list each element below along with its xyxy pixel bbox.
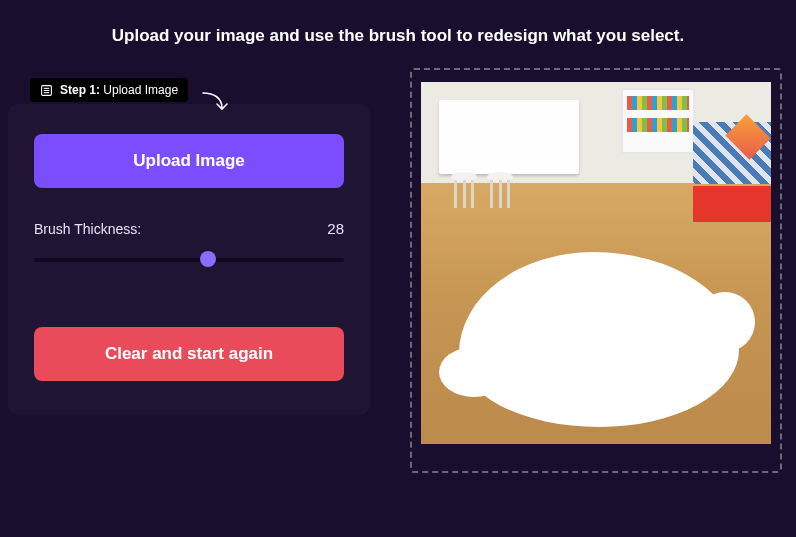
uploaded-image-preview[interactable] <box>421 82 771 444</box>
brush-thickness-slider[interactable] <box>34 251 344 267</box>
step-prefix: Step 1: <box>60 83 100 97</box>
step-name: Upload Image <box>103 83 178 97</box>
brush-thickness-value: 28 <box>327 220 344 237</box>
step-label: Step 1: Upload Image <box>60 83 178 97</box>
brush-thickness-label: Brush Thickness: <box>34 221 141 237</box>
list-icon <box>40 84 53 97</box>
controls-panel: Step 1: Upload Image Upload Image Brush … <box>8 66 370 473</box>
room-stool <box>487 172 513 208</box>
brush-thickness-row: Brush Thickness: 28 <box>34 220 344 237</box>
room-bed <box>693 122 771 222</box>
slider-track <box>34 258 344 262</box>
room-stool <box>451 172 477 208</box>
slider-thumb[interactable] <box>200 251 216 267</box>
controls-card: Upload Image Brush Thickness: 28 Clear a… <box>8 104 370 415</box>
room-desk <box>439 100 579 174</box>
image-canvas-dropzone[interactable] <box>410 68 782 473</box>
clear-start-again-button[interactable]: Clear and start again <box>34 327 344 381</box>
room-shelf <box>621 88 695 154</box>
step-tag: Step 1: Upload Image <box>30 78 188 102</box>
curved-arrow-icon <box>200 90 232 120</box>
upload-image-button[interactable]: Upload Image <box>34 134 344 188</box>
main-layout: Step 1: Upload Image Upload Image Brush … <box>0 46 796 473</box>
page-heading: Upload your image and use the brush tool… <box>0 0 796 46</box>
